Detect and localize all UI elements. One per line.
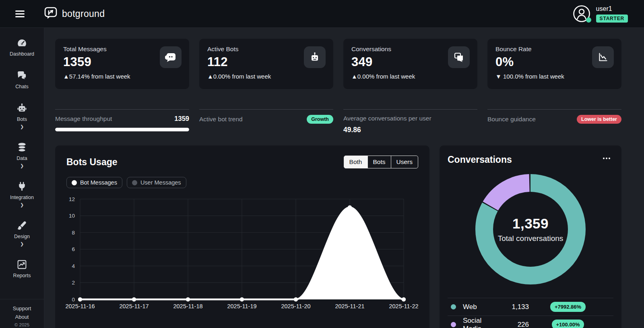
svg-text:2025-11-22: 2025-11-22	[389, 303, 418, 309]
support-link[interactable]: Support	[0, 304, 44, 313]
brand-name: botground	[62, 8, 105, 19]
copyright: © 2025	[0, 322, 44, 327]
hamburger-menu-icon[interactable]	[15, 10, 26, 18]
sidebar-item-dashboard[interactable]: Dashboard	[10, 37, 34, 57]
main-content: Total Messages 1359 ▲57.14% from last we…	[45, 28, 644, 328]
stat-delta-text: 100.0% from last week	[503, 73, 564, 80]
legend-color-dot	[451, 304, 456, 309]
insight-message-throughput: Message throughput 1359	[55, 109, 189, 134]
svg-text:2025-11-21: 2025-11-21	[335, 303, 364, 309]
online-status-dot	[586, 17, 591, 23]
lower-is-better-badge: Lower is better	[577, 115, 621, 124]
sidebar-footer: Support About © 2025	[0, 299, 44, 328]
legend-color-dot	[451, 322, 456, 327]
bots-usage-tabs: Both Bots Users	[344, 156, 418, 168]
topbar: botground user1 STARTER	[0, 0, 644, 28]
down-arrow-icon: ▼	[495, 73, 503, 80]
data-icon	[17, 142, 27, 153]
bots-usage-panel: Bots Usage Both Bots Users Bot Messages …	[55, 145, 429, 328]
stat-card-conversations: Conversations 349 ▲0.00% from last week	[343, 39, 477, 89]
conversations-title: Conversations	[448, 154, 512, 165]
sidebar-item-data[interactable]: Data ❯	[17, 142, 27, 168]
user-menu[interactable]: user1 STARTER	[573, 5, 628, 23]
svg-text:2025-11-16: 2025-11-16	[65, 303, 95, 309]
chevron-right-icon: ❯	[20, 203, 24, 207]
chats-icon	[17, 70, 27, 81]
svg-text:2025-11-20: 2025-11-20	[281, 303, 310, 309]
legend-row-web: Web 1,133 +7992.86%	[448, 298, 613, 316]
robot-icon	[304, 46, 326, 68]
chart-down-icon	[592, 46, 614, 68]
chevron-right-icon: ❯	[20, 125, 24, 129]
stat-card-bounce-rate: Bounce Rate 0% ▼ 100.0% from last week	[487, 39, 621, 89]
brand-logo-icon	[43, 6, 58, 22]
throughput-progress-bar	[55, 128, 189, 131]
sidebar-item-chats[interactable]: Chats	[15, 70, 29, 89]
donut-chart: 1,359 Total conversations	[473, 172, 588, 287]
bots-usage-title: Bots Usage	[66, 157, 118, 168]
svg-text:4: 4	[72, 263, 75, 269]
stat-delta-text: 57.14% from last week	[69, 73, 130, 80]
plan-badge: STARTER	[596, 15, 628, 23]
up-arrow-icon: ▲	[207, 73, 213, 80]
legend-name: Social Media	[463, 317, 485, 328]
svg-text:10: 10	[69, 213, 75, 219]
tab-both[interactable]: Both	[344, 156, 368, 168]
insight-bounce-guidance: Bounce guidance Lower is better	[487, 109, 621, 134]
sidebar-item-integration[interactable]: Integration ❯	[10, 181, 34, 207]
brand[interactable]: botground	[43, 6, 105, 22]
tab-users[interactable]: Users	[391, 156, 418, 168]
svg-text:6: 6	[72, 246, 75, 252]
legend-value: 226	[485, 321, 529, 328]
bots-icon	[17, 103, 27, 114]
sidebar: Dashboard Chats Bots ❯	[0, 28, 44, 328]
ellipsis-menu-icon[interactable]	[602, 154, 611, 162]
svg-text:2025-11-18: 2025-11-18	[173, 303, 202, 309]
avatar	[573, 5, 590, 23]
insight-value: 49.86	[343, 126, 477, 134]
stat-card-active-bots: Active Bots 112 ▲0.00% from last week	[199, 39, 333, 89]
legend-chip-user-messages[interactable]: User Messages	[127, 177, 186, 188]
legend-dot	[132, 180, 137, 185]
stat-delta-text: 0.00% from last week	[213, 73, 271, 80]
insights-row: Message throughput 1359 Active bot trend…	[55, 109, 621, 134]
chevron-right-icon: ❯	[20, 242, 24, 246]
insight-label: Message throughput	[55, 115, 112, 122]
sidebar-item-design[interactable]: Design ❯	[14, 220, 30, 246]
svg-text:8: 8	[72, 230, 75, 236]
user-name: user1	[596, 5, 612, 12]
sidebar-item-reports[interactable]: Reports	[13, 259, 31, 278]
reports-icon	[17, 259, 27, 270]
growth-badge: Growth	[307, 115, 333, 124]
donut-total: 1,359	[512, 216, 549, 232]
insight-label: Active bot trend	[199, 116, 243, 123]
tab-bots[interactable]: Bots	[367, 156, 391, 168]
insight-avg-conversations: Average conversations per user 49.86	[343, 109, 477, 134]
stat-delta-text: 0.00% from last week	[357, 73, 415, 80]
bots-usage-chart: 0246810122025-11-162025-11-172025-11-182…	[66, 193, 418, 314]
svg-text:0: 0	[72, 297, 75, 303]
about-link[interactable]: About	[0, 313, 44, 321]
sidebar-item-bots[interactable]: Bots ❯	[17, 103, 27, 129]
chart-legend: Bot Messages User Messages	[66, 177, 418, 188]
change-badge: +100.00%	[552, 320, 584, 328]
charts-row: Bots Usage Both Bots Users Bot Messages …	[55, 145, 621, 328]
svg-text:2025-11-17: 2025-11-17	[119, 303, 149, 309]
chat-icon	[448, 46, 470, 68]
legend-value: 1,133	[485, 303, 529, 311]
design-icon	[17, 220, 27, 231]
up-arrow-icon: ▲	[63, 73, 69, 80]
svg-text:2025-11-19: 2025-11-19	[227, 303, 256, 309]
insight-label: Bounce guidance	[487, 116, 536, 123]
svg-text:2: 2	[72, 280, 75, 286]
legend-chip-bot-messages[interactable]: Bot Messages	[66, 177, 122, 188]
conversations-legend: Web 1,133 +7992.86% Social Media 226 +10…	[448, 298, 613, 328]
conversations-panel: Conversations 1,359 Total conversations …	[440, 145, 621, 328]
insight-value: 1359	[174, 115, 189, 122]
svg-text:12: 12	[69, 196, 75, 202]
dashboard-icon	[17, 37, 27, 48]
insight-label: Average conversations per user	[343, 115, 431, 122]
stats-row: Total Messages 1359 ▲57.14% from last we…	[55, 39, 621, 89]
donut-total-label: Total conversations	[498, 234, 564, 243]
stat-card-total-messages: Total Messages 1359 ▲57.14% from last we…	[55, 39, 189, 89]
